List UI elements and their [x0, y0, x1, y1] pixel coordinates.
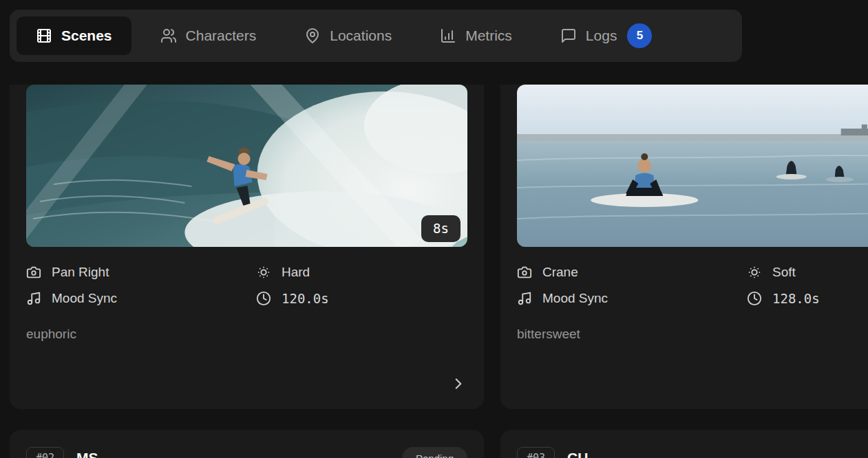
- tab-locations-label: Locations: [330, 28, 392, 44]
- shot-number-badge: #03: [517, 447, 555, 458]
- scene-card-header: #03 CU: [517, 446, 868, 458]
- music-icon: [517, 291, 532, 306]
- scene-duration: 120.0s: [256, 291, 467, 306]
- scene-duration-value: 128.0s: [772, 291, 820, 306]
- bar-chart-icon: [440, 28, 456, 44]
- surf-lineup-image: [517, 85, 868, 247]
- scene-duration-value: 120.0s: [282, 291, 329, 306]
- clock-icon: [256, 291, 271, 306]
- camera-icon: [517, 265, 532, 280]
- scene-card[interactable]: #02 MS Pending: [10, 430, 484, 458]
- map-pin-icon: [304, 28, 321, 44]
- scene-card-grid: 8s Pan Right Hard Mood Sync 120.0s: [0, 85, 868, 458]
- status-badge: Pending: [402, 447, 467, 458]
- mood-tag: bittersweet: [517, 327, 868, 342]
- message-square-icon: [560, 28, 577, 44]
- tab-characters[interactable]: Characters: [141, 17, 276, 55]
- sun-dim-icon: [747, 265, 762, 280]
- scene-meta: Pan Right Hard Mood Sync 120.0s: [26, 265, 467, 306]
- top-nav: Scenes Characters Locations Metrics Logs…: [10, 10, 742, 62]
- scene-card-header: #02 MS Pending: [26, 446, 467, 458]
- scene-card[interactable]: 8s Pan Right Hard Mood Sync 120.0s: [10, 85, 484, 409]
- tab-metrics[interactable]: Metrics: [421, 17, 531, 55]
- camera-move-label: Crane: [542, 265, 578, 280]
- camera-move: Crane: [517, 265, 747, 280]
- audio-mode-label: Mood Sync: [542, 291, 608, 306]
- tab-logs-label: Logs: [586, 28, 617, 44]
- tab-scenes-label: Scenes: [61, 28, 112, 44]
- scene-card[interactable]: #03 CU: [500, 430, 868, 458]
- audio-mode: Mood Sync: [517, 291, 747, 306]
- mood-tag: euphoric: [26, 327, 467, 342]
- lighting-label: Soft: [772, 265, 796, 280]
- scene-duration: 128.0s: [747, 291, 868, 306]
- camera-move: Pan Right: [26, 265, 256, 280]
- music-icon: [26, 291, 41, 306]
- tab-scenes[interactable]: Scenes: [17, 17, 131, 55]
- film-icon: [36, 28, 52, 44]
- scenes-scroll-area[interactable]: 8s Pan Right Hard Mood Sync 120.0s: [0, 85, 868, 458]
- scene-thumbnail[interactable]: [517, 85, 868, 247]
- scene-title: MS: [76, 450, 98, 458]
- camera-icon: [26, 265, 41, 280]
- tab-logs[interactable]: Logs 5: [541, 17, 672, 55]
- chevron-right-icon[interactable]: [449, 375, 467, 393]
- tab-metrics-label: Metrics: [465, 28, 512, 44]
- logs-count-badge: 5: [627, 23, 652, 48]
- camera-move-label: Pan Right: [52, 265, 109, 280]
- audio-mode-label: Mood Sync: [52, 291, 117, 306]
- sun-dim-icon: [256, 265, 271, 280]
- audio-mode: Mood Sync: [26, 291, 256, 306]
- scene-card[interactable]: Crane Soft Mood Sync 128.0s bittersweet: [500, 85, 868, 409]
- clip-duration-badge: 8s: [421, 215, 461, 242]
- scene-title: CU: [567, 450, 588, 458]
- scene-card-footer: [517, 375, 868, 393]
- users-icon: [160, 28, 177, 44]
- lighting: Soft: [747, 265, 868, 280]
- clock-icon: [747, 291, 762, 306]
- scene-meta: Crane Soft Mood Sync 128.0s: [517, 265, 868, 306]
- lighting: Hard: [256, 265, 467, 280]
- scene-thumbnail[interactable]: 8s: [26, 85, 467, 247]
- lighting-label: Hard: [282, 265, 310, 280]
- shot-number-badge: #02: [26, 447, 64, 458]
- scene-card-footer: [26, 375, 467, 393]
- tab-characters-label: Characters: [186, 28, 257, 44]
- tab-locations[interactable]: Locations: [285, 17, 411, 55]
- surf-action-image: [26, 85, 467, 247]
